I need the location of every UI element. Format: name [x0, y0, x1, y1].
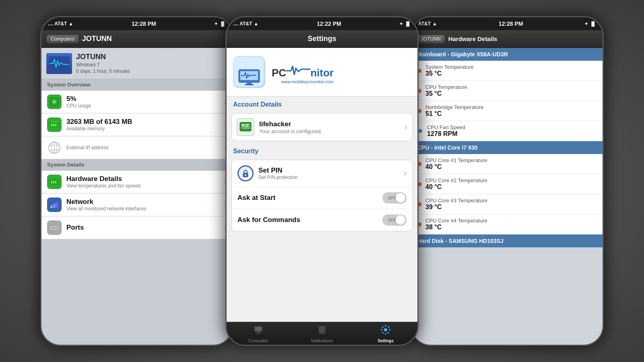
computers-tab-icon: [253, 325, 264, 337]
ports-value: Ports: [66, 224, 219, 232]
right-bt-icon: ✦: [584, 21, 588, 27]
svg-rect-25: [52, 227, 53, 229]
svg-rect-38: [245, 126, 248, 127]
left-status-right: ✦ ▐▌: [214, 21, 226, 27]
system-temp-text: System Temperature 35 °C: [425, 64, 474, 77]
account-section-title: Account Details: [227, 97, 417, 111]
cpu-icon: [47, 95, 62, 109]
left-bt-icon: ✦: [214, 21, 218, 27]
left-status-left: .... AT&T ▲: [48, 21, 73, 27]
center-bt-icon: ✦: [399, 21, 403, 27]
mainboard-section-header: Mainboard - Gigabyte X58A-UD3R: [412, 48, 603, 61]
network-item[interactable]: Network View all monitored network inter…: [41, 193, 232, 216]
network-text: Network View all monitored network inter…: [66, 198, 219, 212]
left-nav-title: JOTUNN: [82, 35, 227, 43]
ask-commands-toggle[interactable]: [382, 214, 407, 226]
northbridge-temp-name: Northbridge Temperature: [425, 104, 483, 110]
right-nav-bar: JOTUNN Hardware Details: [412, 30, 603, 48]
left-carrier: .... AT&T: [48, 21, 67, 27]
center-phone: .... AT&T ▲ 12:22 PM ✦ ▐▌ Settings: [225, 16, 419, 346]
hardware-icon: [47, 175, 62, 189]
core3-temp-name: CPU Core #3 Temperature: [425, 197, 487, 204]
center-nav-bar: Settings: [227, 30, 417, 48]
globe-icon-container: [47, 140, 62, 155]
memory-label: Available memory: [66, 126, 219, 132]
left-time: 12:28 PM: [132, 21, 156, 27]
settings-tab-icon: [380, 325, 391, 337]
right-back-button[interactable]: JOTUNN: [417, 35, 445, 43]
tab-computers[interactable]: Computers: [227, 325, 290, 343]
ask-commands-row[interactable]: Ask for Commands: [232, 209, 412, 231]
svg-rect-37: [245, 124, 249, 125]
computer-name: JOTUNN: [76, 53, 130, 61]
left-back-button[interactable]: Computers: [46, 35, 79, 43]
ip-item[interactable]: External IP address ›: [41, 136, 232, 159]
details-section-header: System Details: [41, 159, 232, 171]
svg-rect-58: [382, 332, 384, 334]
cpu-temp-value: 35 °C: [425, 90, 467, 97]
center-wifi-icon: ▲: [254, 21, 258, 27]
svg-rect-5: [51, 124, 52, 126]
cpu-usage-value: 5%: [66, 95, 219, 103]
right-time: 12:28 PM: [499, 21, 523, 27]
svg-rect-7: [55, 124, 56, 126]
hdd-section-header: Hard Disk - SAMSUNG HD103SJ: [412, 234, 603, 247]
account-item[interactable]: lifehacker Your account is configured ›: [231, 113, 413, 141]
core1-temp-text: CPU Core #1 Temperature 40 °C: [425, 157, 487, 171]
northbridge-temp-item: Northbridge Temperature 51 °C: [412, 101, 603, 121]
left-phone: .... AT&T ▲ 12:28 PM ✦ ▐▌ Computers JOTU…: [40, 16, 233, 346]
ports-item[interactable]: Ports ›: [41, 216, 232, 239]
hardware-details-item[interactable]: Hardware Details View temperatures and f…: [41, 171, 232, 193]
computer-uptime: 0 days, 1 hour, 6 minutes: [76, 68, 130, 74]
set-pin-title: Set PIN: [258, 167, 399, 175]
cpu-usage-label: CPU usage: [66, 103, 219, 109]
svg-rect-59: [387, 332, 389, 334]
notifications-tab-icon: [317, 325, 327, 337]
core4-temp-text: CPU Core #4 Temperature 38 °C: [425, 218, 487, 231]
computer-os: Windows 7: [76, 62, 130, 68]
ask-start-text: Ask at Start: [237, 194, 378, 202]
core2-temp-item: CPU Core #2 Temperature 40 °C: [412, 174, 603, 194]
svg-rect-36: [242, 124, 244, 126]
core4-temp-item: CPU Core #4 Temperature 38 °C: [412, 214, 603, 234]
ask-start-label: Ask at Start: [237, 194, 378, 202]
tab-bar: Computers Notifications: [227, 322, 417, 345]
computer-info: JOTUNN Windows 7 0 days, 1 hour, 6 minut…: [76, 53, 130, 74]
right-battery-icon: ▐▌: [590, 21, 596, 26]
pcmonitor-url: www.mobilepcmonitor.com: [272, 79, 334, 84]
center-battery-icon: ▐▌: [405, 21, 411, 26]
settings-tab-label: Settings: [378, 339, 393, 343]
svg-rect-26: [54, 227, 55, 229]
svg-rect-44: [255, 327, 262, 331]
set-pin-row[interactable]: Set PIN Set PIN protection ›: [232, 160, 412, 187]
memory-item[interactable]: 3263 MB of 6143 MB Available memory ›: [41, 113, 232, 136]
pin-chevron-icon: ›: [404, 168, 407, 179]
security-section-title: Security: [227, 144, 417, 157]
left-wifi-icon: ▲: [68, 21, 73, 27]
network-icon: [47, 197, 62, 212]
svg-rect-45: [257, 332, 260, 333]
svg-rect-31: [247, 82, 252, 84]
tab-settings[interactable]: Settings: [354, 325, 417, 343]
account-icon: [237, 118, 254, 136]
fan-speed-item: CPU Fan Speed 1278 RPM: [412, 121, 603, 141]
system-temp-name: System Temperature: [425, 64, 474, 70]
notifications-tab-label: Notifications: [311, 339, 333, 343]
system-temp-value: 35 °C: [425, 70, 474, 77]
left-battery-icon: ▐▌: [219, 21, 226, 26]
svg-rect-18: [51, 181, 52, 183]
ask-commands-knob: [396, 215, 405, 225]
ports-text: Ports: [66, 224, 219, 232]
ask-start-toggle[interactable]: [382, 192, 407, 204]
svg-rect-52: [385, 325, 386, 327]
cpu-usage-item[interactable]: 5% CPU usage ›: [41, 90, 232, 113]
ask-start-knob: [396, 193, 405, 203]
tab-notifications[interactable]: Notifications: [290, 325, 354, 343]
left-screen: JOTUNN Windows 7 0 days, 1 hour, 6 minut…: [41, 48, 232, 345]
cpu-section-header: CPU - Intel Core i7 930: [412, 141, 603, 154]
center-status-right: ✦ ▐▌: [399, 21, 411, 27]
svg-rect-32: [245, 84, 254, 85]
ask-start-row[interactable]: Ask at Start: [232, 187, 412, 209]
account-status: Your account is configured: [259, 128, 400, 134]
right-wifi-icon: ▲: [432, 21, 437, 27]
